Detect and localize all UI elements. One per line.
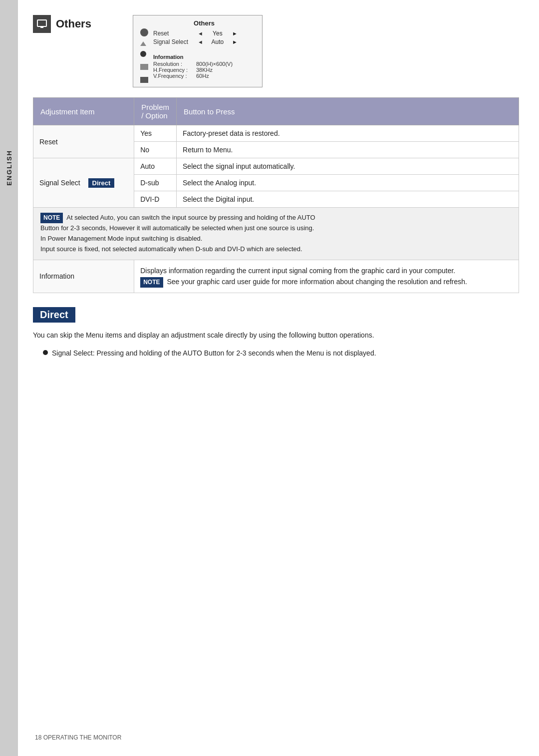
auto-desc: Select the signal input automatically.	[177, 158, 519, 175]
osd-info-row-resolution: Resolution : 800(H)×600(V)	[153, 61, 255, 67]
osd-info-row-hfreq: H.Frequency : 38KHz	[153, 67, 255, 73]
osd-preview-title: Others	[153, 19, 255, 27]
sidebar: ENGLISH	[0, 0, 18, 756]
note-cell: NOTE At selected Auto, you can switch th…	[33, 208, 519, 260]
reset-yes-desc: Factory-preset data is restored.	[177, 125, 519, 142]
osd-icons-col	[140, 19, 148, 83]
osd-info-block: Information Resolution : 800(H)×600(V) H…	[153, 54, 255, 79]
information-label: Information	[33, 260, 134, 293]
bullet-text: Signal Select: Pressing and holding of t…	[52, 348, 376, 359]
signal-select-label: Signal Select Direct	[33, 158, 134, 208]
osd-row-reset: Reset ◄ Yes ►	[153, 30, 255, 37]
col-header-problem: Problem / Option	[134, 98, 177, 125]
page-footer: 18 OPERATING THE MONITOR	[35, 734, 121, 741]
reset-label: Reset	[33, 125, 134, 158]
osd-content: Others Reset ◄ Yes ► Signal Select ◄	[153, 19, 255, 83]
main-content: Others Others	[18, 0, 539, 756]
information-desc: Displays information regarding the curre…	[134, 260, 519, 293]
direct-heading: Direct	[33, 307, 75, 323]
sidebar-label: ENGLISH	[5, 150, 13, 186]
direct-section: Direct You can skip the Menu items and d…	[33, 307, 519, 359]
svg-rect-1	[40, 27, 43, 28]
osd-title: Others	[56, 17, 91, 30]
monitor-icon	[36, 18, 47, 29]
osd-info-row-vfreq: V.Frequency : 60Hz	[153, 73, 255, 79]
dsub-option: D-sub	[134, 175, 177, 191]
col-header-button: Button to Press	[177, 98, 519, 125]
auto-option: Auto	[134, 158, 177, 175]
osd-row-signal: Signal Select ◄ Auto ►	[153, 38, 255, 45]
info-note-badge: NOTE	[140, 277, 163, 288]
main-table: Adjustment Item Problem / Option Button …	[33, 97, 519, 293]
bullet-item: Signal Select: Pressing and holding of t…	[43, 348, 519, 359]
dvid-option: DVI-D	[134, 191, 177, 208]
bullet-dot	[43, 350, 48, 355]
osd-icon	[33, 15, 51, 33]
reset-no-option: No	[134, 142, 177, 158]
direct-desc: You can skip the Menu items and display …	[33, 330, 519, 342]
note-row: NOTE At selected Auto, you can switch th…	[33, 208, 519, 260]
osd-preview: Others Reset ◄ Yes ► Signal Select ◄	[133, 15, 263, 87]
reset-no-desc: Return to Menu.	[177, 142, 519, 158]
table-row: Reset Yes Factory-preset data is restore…	[33, 125, 519, 142]
svg-rect-0	[37, 20, 46, 26]
osd-label-block: Others	[33, 15, 123, 33]
table-row: Signal Select Direct Auto Select the sig…	[33, 158, 519, 175]
dsub-desc: Select the Analog input.	[177, 175, 519, 191]
osd-section: Others Others	[33, 15, 519, 87]
note-badge: NOTE	[40, 213, 63, 223]
col-header-adjustment: Adjustment Item	[33, 98, 134, 125]
dvid-desc: Select the Digital input.	[177, 191, 519, 208]
reset-yes-option: Yes	[134, 125, 177, 142]
table-row: Information Displays information regardi…	[33, 260, 519, 293]
signal-direct-badge: Direct	[88, 178, 115, 188]
